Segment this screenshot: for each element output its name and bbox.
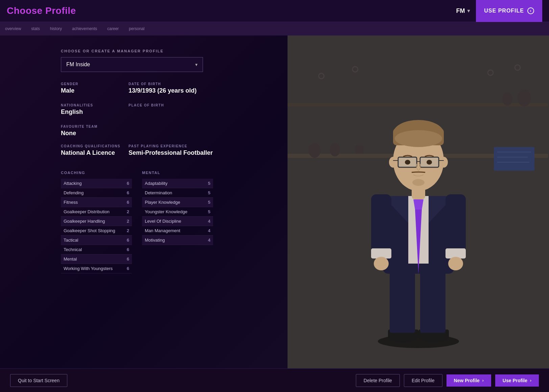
right-panel: [288, 35, 549, 368]
coaching-qual-block: COACHING QUALIFICATIONS National A Licen…: [61, 144, 129, 156]
new-profile-button[interactable]: New Profile ›: [447, 374, 491, 387]
mental-stat-row: Motivating4: [142, 236, 213, 245]
sub-header-stats[interactable]: stats: [31, 26, 40, 31]
svg-marker-25: [413, 199, 424, 210]
stat-value: 5: [204, 209, 210, 214]
mental-stat-row: Player Knowledge5: [142, 198, 213, 207]
fm-logo-button[interactable]: FM ▼: [456, 7, 471, 15]
stat-name: Youngster Knowledge: [145, 209, 204, 214]
dob-label: DATE OF BIRTH: [129, 82, 230, 86]
chevron-down-icon: ▼: [466, 8, 471, 14]
svg-point-38: [395, 130, 442, 147]
svg-rect-29: [445, 194, 466, 255]
arrow-right-icon: ›: [530, 378, 531, 383]
header-right: FM ▼ USE PROFILE ›: [456, 0, 542, 22]
svg-rect-28: [371, 194, 391, 255]
svg-point-33: [448, 257, 463, 270]
svg-point-39: [389, 157, 397, 168]
svg-point-9: [488, 70, 493, 75]
coaching-stats-column: COACHING Attacking6Defending6Fitness6Goa…: [61, 171, 132, 273]
chevron-down-icon: ▾: [195, 62, 198, 67]
coaching-stat-row: Tactical6: [61, 236, 132, 245]
past-playing-label: PAST PLAYING EXPERIENCE: [129, 144, 230, 148]
favourite-team-label: FAVOURITE TEAM: [61, 125, 288, 128]
stat-name: Adaptability: [145, 181, 204, 186]
footer: Quit to Start Screen Delete Profile Edit…: [0, 368, 549, 392]
coaching-stats-header: COACHING: [61, 171, 132, 176]
svg-point-2: [308, 143, 321, 158]
dob-value: 13/9/1993 (26 years old): [129, 87, 230, 94]
svg-point-40: [440, 157, 448, 168]
stat-value: 6: [122, 238, 129, 243]
stat-value: 2: [122, 219, 129, 224]
nationality-block: NATIONALITIES English: [61, 103, 129, 116]
profile-dropdown[interactable]: FM Inside ▾: [61, 57, 203, 72]
mental-stats-header: MENTAL: [142, 171, 213, 176]
svg-point-48: [405, 160, 410, 165]
profile-dropdown-value: FM Inside: [66, 62, 90, 68]
gender-label: GENDER: [61, 82, 129, 86]
stat-value: 2: [122, 209, 129, 214]
svg-point-6: [502, 92, 512, 106]
profile-selector-section: CHOOSE OR CREATE A MANAGER PROFILE FM In…: [61, 49, 288, 72]
gender-block: GENDER Male: [61, 82, 129, 94]
nationality-label: NATIONALITIES: [61, 103, 129, 107]
stat-value: 6: [122, 266, 129, 271]
favourite-team-value: None: [61, 130, 288, 137]
coaching-stats-list: Attacking6Defending6Fitness6Goalkeeper D…: [61, 179, 132, 273]
delete-profile-button[interactable]: Delete Profile: [356, 374, 400, 387]
svg-rect-21: [420, 270, 445, 333]
svg-rect-20: [390, 270, 415, 333]
mental-stats-list: Adaptability5Determination5Player Knowle…: [142, 179, 213, 245]
coaching-stat-row: Goalkeeper Shot Stopping2: [61, 226, 132, 236]
sub-header-career[interactable]: career: [107, 26, 119, 31]
sub-header: overview stats history achievements care…: [0, 22, 549, 35]
stat-name: Level Of Discipline: [145, 219, 204, 224]
stat-value: 5: [204, 200, 210, 205]
coaching-stat-row: Working With Youngsters6: [61, 264, 132, 273]
stat-value: 4: [204, 238, 210, 243]
past-playing-value: Semi-Professional Footballer: [129, 149, 230, 156]
stat-name: Determination: [145, 190, 204, 195]
mental-stat-row: Man Management4: [142, 226, 213, 236]
sub-header-achievements[interactable]: achievements: [72, 26, 97, 31]
stat-name: Mental: [64, 256, 122, 262]
use-profile-footer-button[interactable]: Use Profile ›: [495, 374, 539, 387]
stat-name: Goalkeeper Distribution: [64, 209, 122, 214]
fm-logo-text: FM: [456, 7, 465, 15]
qualifications-row: COACHING QUALIFICATIONS National A Licen…: [61, 144, 288, 164]
stat-name: Working With Youngsters: [64, 266, 122, 271]
arrow-right-icon: ›: [527, 7, 534, 14]
nationality-value: English: [61, 108, 129, 116]
sub-header-personal[interactable]: personal: [129, 26, 144, 31]
coaching-qual-value: National A Licence: [61, 149, 129, 156]
stat-name: Tactical: [64, 238, 122, 243]
pob-label: PLACE OF BIRTH: [129, 103, 230, 107]
edit-profile-button[interactable]: Edit Profile: [404, 374, 442, 387]
main-content: CHOOSE OR CREATE A MANAGER PROFILE FM In…: [0, 35, 549, 368]
coaching-stat-row: Mental6: [61, 254, 132, 264]
stat-name: Technical: [64, 247, 122, 252]
mental-stat-row: Level Of Discipline4: [142, 217, 213, 226]
coaching-stat-row: Fitness6: [61, 198, 132, 207]
coaching-stat-row: Goalkeeper Handling2: [61, 217, 132, 226]
coaching-qual-label: COACHING QUALIFICATIONS: [61, 144, 129, 148]
mental-stats-column: MENTAL Adaptability5Determination5Player…: [142, 171, 213, 273]
use-profile-button[interactable]: USE PROFILE ›: [476, 0, 542, 22]
svg-point-32: [374, 257, 389, 270]
svg-point-5: [518, 90, 531, 106]
sub-header-history[interactable]: history: [50, 26, 62, 31]
sub-header-overview[interactable]: overview: [5, 26, 21, 31]
stat-name: Goalkeeper Shot Stopping: [64, 228, 122, 233]
arrow-right-icon: ›: [482, 378, 484, 383]
stat-name: Goalkeeper Handling: [64, 219, 122, 224]
favourite-team-block: FAVOURITE TEAM None: [61, 125, 288, 137]
stat-name: Man Management: [145, 228, 204, 233]
stats-section: COACHING Attacking6Defending6Fitness6Goa…: [61, 171, 288, 273]
coaching-stat-row: Attacking6: [61, 179, 132, 188]
stat-name: Player Knowledge: [145, 200, 204, 205]
nationality-pob-row: NATIONALITIES English PLACE OF BIRTH: [61, 103, 288, 123]
header: Choose Profile FM ▼ USE PROFILE ›: [0, 0, 549, 22]
svg-point-10: [515, 65, 520, 70]
quit-button[interactable]: Quit to Start Screen: [10, 374, 67, 387]
